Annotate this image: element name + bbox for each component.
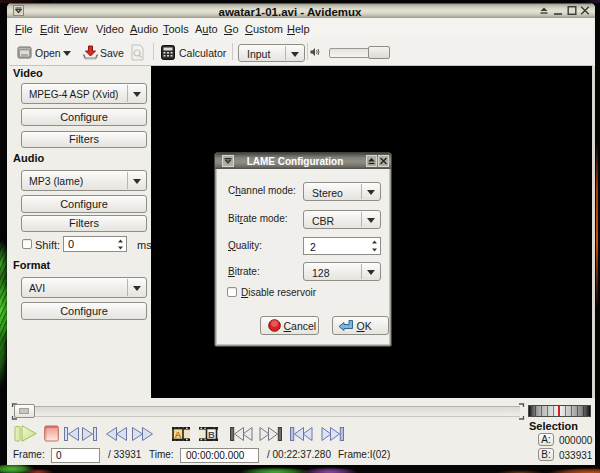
svg-text:B: B xyxy=(208,429,215,440)
svg-text:A: A xyxy=(175,429,182,440)
